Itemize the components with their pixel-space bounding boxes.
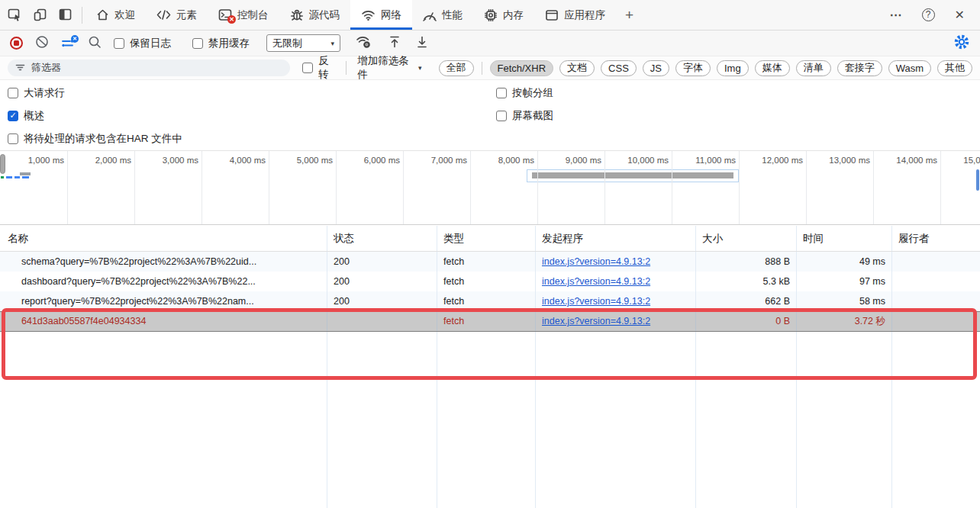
overview-left-handle[interactable] — [0, 154, 5, 174]
network-conditions-icon[interactable] — [356, 35, 372, 51]
initiator-link[interactable]: index.js?version=4.9.13:2 — [542, 276, 650, 287]
tab-sources[interactable]: 源代码 — [279, 0, 351, 30]
filter-pill-js[interactable]: JS — [643, 60, 669, 76]
devtools-tab-bar: 欢迎 元素 ✕ 控制台 源代码 网络 性能 内存 — [0, 0, 980, 31]
import-har-icon[interactable] — [388, 35, 401, 51]
cell-type: fetch — [437, 252, 536, 272]
cell-size: 0 B — [696, 312, 797, 331]
home-icon — [96, 8, 109, 21]
column-header-name[interactable]: 名称 — [0, 226, 327, 251]
tab-application[interactable]: 应用程序 — [534, 0, 616, 30]
filter-pill-fetch-xhr[interactable]: Fetch/XHR — [490, 60, 554, 76]
tab-welcome[interactable]: 欢迎 — [85, 0, 146, 30]
cell-time: 3.72 秒 — [797, 312, 892, 331]
clear-network-log-icon[interactable] — [35, 35, 49, 51]
tab-memory[interactable]: 内存 — [473, 0, 534, 30]
overview-scrollbar[interactable] — [976, 169, 979, 191]
filter-pill--[interactable]: 字体 — [675, 60, 711, 76]
invert-checkbox[interactable] — [302, 63, 313, 73]
filter-pill--[interactable]: 清单 — [796, 60, 831, 76]
filter-pill--[interactable]: 套接字 — [837, 60, 882, 76]
disable-cache-checkbox[interactable] — [192, 38, 203, 49]
tab-network[interactable]: 网络 — [350, 0, 412, 30]
more-filters-button[interactable]: 增加筛选条件 ▾ — [357, 54, 421, 82]
preserve-log-checkbox[interactable] — [114, 38, 124, 49]
cell-fulfilled-by — [892, 312, 980, 331]
tab-console[interactable]: ✕ 控制台 — [208, 0, 279, 30]
filter-input[interactable]: 筛选器 — [8, 59, 290, 76]
tab-performance[interactable]: 性能 — [412, 0, 473, 30]
option-row[interactable]: 大请求行 — [8, 86, 65, 100]
record-stop-button[interactable] — [10, 37, 23, 50]
help-icon[interactable]: ? — [922, 8, 935, 21]
option-row[interactable]: 屏幕截图 — [496, 109, 553, 123]
throttling-dropdown[interactable]: 无限制 ▾ — [266, 34, 340, 52]
timeline-tick-label: 2,000 ms — [95, 156, 134, 165]
settings-gear-icon[interactable] — [954, 34, 969, 52]
cell-name: dashboard?query=%7B%22project%22%3A%7B%2… — [0, 272, 327, 291]
column-header-initiator[interactable]: 发起程序 — [536, 226, 696, 251]
filter-pill--[interactable]: 其他 — [937, 60, 972, 76]
filter-pill-css[interactable]: CSS — [601, 60, 637, 76]
export-har-icon[interactable] — [416, 35, 428, 51]
filter-pill-wasm[interactable]: Wasm — [888, 60, 931, 76]
timeline-gridline — [403, 151, 404, 224]
option-label: 大请求行 — [24, 86, 65, 100]
timeline-tick-label: 12,000 ms — [762, 156, 806, 165]
search-icon[interactable] — [88, 35, 102, 51]
option-checkbox[interactable] — [8, 111, 18, 121]
device-emulation-icon[interactable] — [33, 8, 47, 22]
option-row[interactable]: 将待处理的请求包含在HAR 文件中 — [8, 132, 182, 146]
option-checkbox[interactable] — [8, 88, 18, 98]
disable-cache-option[interactable]: 禁用缓存 — [192, 37, 250, 50]
close-icon[interactable]: ✕ — [955, 8, 965, 22]
table-row[interactable]: 641d3aab05587f4e04934334fetchindex.js?ve… — [0, 311, 980, 332]
option-checkbox[interactable] — [8, 133, 18, 144]
dock-panel-icon[interactable] — [58, 8, 73, 22]
preserve-log-option[interactable]: 保留日志 — [114, 37, 171, 50]
column-header-fulfilled-by[interactable]: 履行者 — [892, 226, 980, 251]
option-label: 按帧分组 — [512, 86, 553, 100]
cell-fulfilled-by — [892, 272, 980, 291]
performance-gauge-icon — [423, 9, 437, 21]
option-checkbox[interactable] — [496, 111, 507, 121]
column-header-time[interactable]: 时间 — [797, 226, 892, 251]
tab-elements[interactable]: 元素 — [146, 0, 208, 30]
table-row[interactable]: schema?query=%7B%22project%22%3A%7B%22ui… — [0, 252, 980, 272]
option-checkbox[interactable] — [496, 88, 507, 98]
cell-initiator: index.js?version=4.9.13:2 — [536, 291, 696, 311]
memory-chip-icon — [484, 8, 498, 22]
cell-size: 888 B — [696, 252, 797, 272]
divider — [82, 7, 82, 24]
table-row[interactable]: dashboard?query=%7B%22project%22%3A%7B%2… — [0, 272, 980, 291]
cell-initiator: index.js?version=4.9.13:2 — [536, 252, 696, 272]
cell-fulfilled-by — [892, 252, 980, 272]
filter-pill--[interactable]: 全部 — [439, 60, 474, 76]
filter-placeholder: 筛选器 — [31, 61, 61, 75]
cell-status: 200 — [327, 272, 437, 291]
more-tabs-button[interactable]: + — [616, 0, 643, 30]
column-header-size[interactable]: 大小 — [696, 226, 797, 251]
filter-icon[interactable]: ✕ — [61, 37, 76, 50]
filter-pill--[interactable]: 文档 — [559, 60, 595, 76]
option-row[interactable]: 概述 — [8, 109, 44, 123]
cell-time: 97 ms — [797, 272, 892, 291]
initiator-link[interactable]: index.js?version=4.9.13:2 — [542, 316, 650, 326]
more-options-icon[interactable]: ⋯ — [890, 8, 902, 22]
timeline-gridline — [537, 151, 538, 224]
table-row[interactable]: report?query=%7B%22project%22%3A%7B%22na… — [0, 291, 980, 311]
network-overview-strip[interactable]: 1,000 ms2,000 ms3,000 ms4,000 ms5,000 ms… — [0, 151, 980, 225]
invert-filter-option[interactable]: 反转 — [302, 54, 335, 82]
waterfall-mark — [20, 172, 31, 175]
filter-pill--[interactable]: 媒体 — [755, 60, 790, 76]
option-row[interactable]: 按帧分组 — [496, 86, 553, 100]
initiator-link[interactable]: index.js?version=4.9.13:2 — [542, 256, 650, 267]
timeline-tick-label: 6,000 ms — [364, 156, 403, 165]
timeline-tick-label: 8,000 ms — [498, 156, 537, 165]
timeline-tick-label: 7,000 ms — [431, 156, 470, 165]
initiator-link[interactable]: index.js?version=4.9.13:2 — [542, 296, 650, 307]
filter-pill-img[interactable]: Img — [717, 60, 749, 76]
inspect-element-icon[interactable] — [8, 8, 22, 22]
column-header-status[interactable]: 状态 — [327, 226, 437, 251]
column-header-type[interactable]: 类型 — [437, 226, 536, 251]
